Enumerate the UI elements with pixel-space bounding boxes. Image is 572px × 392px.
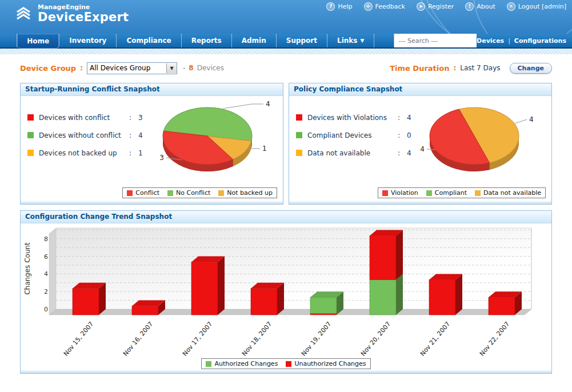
configurations-link[interactable]: Configurations [514, 37, 566, 45]
panel-configuration-change-trend: Configuration Change Trend Snapshot 0246… [20, 210, 552, 374]
legend-item-not-backed-up: Not backed up [218, 189, 273, 197]
search-input[interactable] [398, 37, 474, 45]
select-dropdown-arrow-icon[interactable]: ▼ [166, 63, 177, 73]
snapshot-panels-row: Startup-Running Conflict Snapshot Device… [20, 83, 552, 205]
dash: - [183, 64, 185, 72]
stat-row-devices-with-conflict: Devices with conflict:3 [27, 109, 143, 126]
panel-footer [289, 201, 551, 204]
conflict-pie-legend: ConflictNo ConflictNot backed up [122, 187, 277, 198]
legend-item-conflict: Conflict [127, 189, 159, 197]
device-group-selected-value: All Devices Group [90, 64, 150, 72]
stat-color-swatch [27, 150, 34, 156]
stat-label: Compliant Devices [307, 131, 398, 139]
tab-label: Compliance [126, 37, 171, 45]
svg-text:4: 4 [529, 115, 534, 123]
panel-footer [21, 370, 551, 373]
colon: : [398, 131, 407, 139]
quick-links: Devices | Configurations [477, 34, 572, 47]
panel-footer [21, 201, 283, 204]
header-link-label: Register [428, 3, 454, 10]
stat-label: Devices without conflict [39, 131, 129, 139]
stat-value: 4 [138, 131, 143, 139]
time-duration-label: Time Duration [390, 64, 449, 73]
legend-color-swatch [127, 190, 133, 196]
bar-chart-legend: Authorized ChangesUnauthorized Changes [201, 358, 370, 369]
panel-title: Policy Compliance Snapshot [289, 83, 551, 96]
header-link-about[interactable]: !About [465, 2, 495, 11]
svg-text:1: 1 [262, 145, 267, 153]
tab-reports[interactable]: Reports [182, 34, 232, 47]
header-link-label: About [477, 3, 495, 10]
colon: : [129, 149, 138, 157]
stat-color-swatch [27, 132, 34, 138]
legend-item-compliant: Compliant [426, 189, 467, 197]
register-icon: ➤ [417, 2, 425, 11]
svg-text:4: 4 [420, 145, 425, 153]
legend-item-violation: Violation [382, 189, 418, 197]
svg-text:Nov 16, 2007: Nov 16, 2007 [122, 321, 154, 358]
header-link-logout-admin[interactable]: ✕Logout [admin] [507, 2, 566, 11]
device-group-select[interactable]: All Devices Group ▼ [87, 62, 177, 74]
colon: : [453, 64, 456, 72]
legend-label: Data not available [483, 189, 541, 197]
deviceexpert-dashboard: { "ui": {"colon": ":", "dash": "-", "pip… [0, 0, 572, 392]
tab-admin[interactable]: Admin [232, 34, 277, 47]
stat-label: Data not available [307, 149, 398, 157]
stat-color-swatch [296, 132, 302, 138]
legend-label: Unauthorized Changes [294, 360, 366, 367]
colon: : [129, 131, 138, 139]
conflict-stats: Devices with conflict:3Devices without c… [27, 109, 143, 162]
header-link-label: Feedback [375, 3, 405, 10]
tab-home[interactable]: Home [17, 34, 59, 49]
legend-label: Compliant [435, 189, 467, 197]
panel-body: Devices with conflict:3Devices without c… [21, 96, 283, 201]
stat-label: Devices with conflict [39, 114, 129, 122]
legend-label: Authorized Changes [214, 360, 278, 367]
nav-spacer [374, 34, 394, 47]
about-icon: ! [465, 2, 474, 11]
legend-color-swatch [167, 190, 173, 196]
top-banner: ManageEngine DeviceExpert ?Help✣Feedback… [0, 0, 572, 34]
header-link-label: Logout [admin] [518, 3, 566, 10]
tab-label: Support [286, 37, 317, 45]
devices-link[interactable]: Devices [477, 37, 504, 45]
stat-color-swatch [27, 114, 34, 121]
logout-icon: ✕ [507, 2, 515, 11]
header-link-label: Help [338, 3, 352, 10]
header-link-feedback[interactable]: ✣Feedback [364, 2, 405, 11]
tab-support[interactable]: Support [277, 34, 327, 47]
legend-color-swatch [475, 190, 481, 196]
brand-name-large: DeviceExpert [38, 11, 129, 24]
quick-links-divider: | [508, 37, 510, 45]
svg-text:Nov 17, 2007: Nov 17, 2007 [181, 321, 214, 358]
colon: : [129, 114, 138, 122]
manageengine-logo-icon [14, 5, 33, 24]
search-box [394, 34, 477, 47]
feedback-icon: ✣ [364, 2, 373, 11]
stat-row-compliant-devices: Compliant Devices:0 [296, 126, 411, 144]
conflict-pie-chart: 431 [145, 97, 282, 184]
header-link-register[interactable]: ➤Register [417, 2, 454, 11]
legend-label: No Conflict [176, 189, 210, 197]
stat-color-swatch [296, 114, 302, 121]
panel-title: Configuration Change Trend Snapshot [21, 211, 551, 223]
header-link-help[interactable]: ?Help [326, 2, 352, 11]
colon: : [80, 64, 83, 72]
svg-text:0: 0 [44, 306, 48, 313]
svg-text:3: 3 [159, 154, 164, 162]
tab-links[interactable]: Links▼ [327, 34, 374, 47]
panel-body: 02468Changes CountNov 15, 2007Nov 16, 20… [21, 223, 551, 370]
stat-row-devices-with-violations: Devices with Violations:4 [296, 109, 411, 126]
tab-inventory[interactable]: Inventory [59, 34, 117, 47]
stat-row-devices-without-conflict: Devices without conflict:4 [27, 126, 143, 144]
legend-item-authorized-changes: Authorized Changes [206, 360, 278, 367]
change-button[interactable]: Change [510, 63, 553, 74]
tab-compliance[interactable]: Compliance [117, 34, 181, 47]
device-count: 8 [189, 64, 193, 72]
legend-label: Conflict [135, 189, 159, 197]
stat-color-swatch [296, 150, 302, 156]
legend-color-swatch [382, 190, 388, 196]
legend-color-swatch [206, 361, 211, 367]
help-icon: ? [326, 2, 335, 11]
svg-text:Nov 21, 2007: Nov 21, 2007 [419, 321, 451, 358]
